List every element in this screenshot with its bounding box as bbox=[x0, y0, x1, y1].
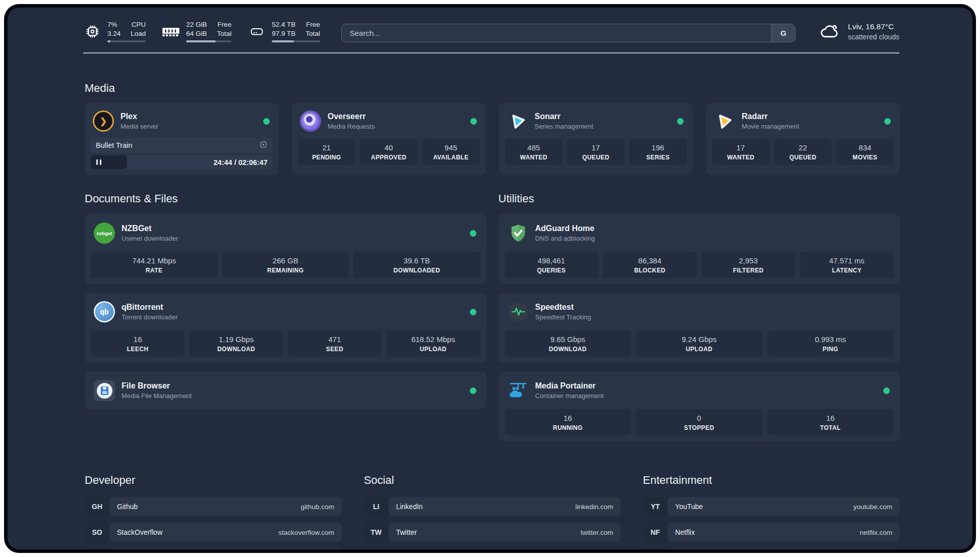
cpu-icon bbox=[83, 24, 101, 39]
cast-icon[interactable] bbox=[259, 140, 268, 150]
stat-tile: 16 TOTAL bbox=[767, 409, 894, 435]
app-description: Container management bbox=[535, 392, 604, 400]
qbittorrent-card[interactable]: qb qBittorrent Torrent downloader 16 LEE… bbox=[85, 293, 486, 363]
link-url: twitter.com bbox=[581, 529, 614, 536]
cpu-load-value: 3.24 bbox=[107, 30, 120, 38]
disk-total-value: 97.9 TB bbox=[272, 30, 295, 38]
developer-links-section: Developer GH Github github.com SO StackO… bbox=[85, 474, 342, 553]
link-reddit[interactable]: RE Reddit reddit.com bbox=[643, 548, 900, 553]
pause-icon[interactable] bbox=[96, 159, 101, 165]
status-dot bbox=[470, 309, 476, 315]
documents-section-title: Documents & Files bbox=[85, 192, 486, 205]
link-github[interactable]: GH Github github.com bbox=[85, 497, 342, 516]
link-name: Github bbox=[117, 503, 138, 511]
cloud-icon bbox=[819, 22, 841, 42]
nzbget-logo-text: nzbget bbox=[97, 231, 112, 236]
stat-tile: 39.6 TB DOWNLOADED bbox=[353, 252, 480, 278]
stat-tile: 618.52 Mbps UPLOAD bbox=[386, 330, 480, 357]
app-description: Series management bbox=[535, 123, 593, 130]
memory-stat: 22 GiB Free 64 GiB Total bbox=[162, 21, 231, 42]
weather-widget[interactable]: Lviv, 16.87°C scattered clouds bbox=[819, 22, 899, 42]
stat-tile: 9.65 Gbps DOWNLOAD bbox=[505, 330, 632, 357]
link-tag: NF bbox=[643, 523, 667, 542]
app-description: Speedtest Tracking bbox=[535, 313, 591, 321]
app-description: DNS and adblocking bbox=[535, 235, 595, 242]
main-content: Media ❯ Plex Media server bbox=[8, 82, 972, 553]
status-dot bbox=[677, 118, 684, 125]
qbittorrent-icon: qb bbox=[94, 301, 115, 322]
speedtest-icon bbox=[508, 301, 529, 322]
status-dot bbox=[470, 230, 476, 237]
speedtest-card[interactable]: Speedtest Speedtest Tracking 9.65 Gbps D… bbox=[499, 293, 900, 363]
stat-tile: 0.993 ms PING bbox=[767, 330, 894, 357]
disk-icon bbox=[248, 24, 266, 39]
link-name: StackOverflow bbox=[117, 528, 162, 536]
stat-tile: 1.19 Gbps DOWNLOAD bbox=[189, 330, 283, 357]
documents-section: Documents & Files nzbget NZBGet Usenet d… bbox=[85, 192, 486, 441]
app-name: File Browser bbox=[121, 381, 192, 391]
filebrowser-card[interactable]: File Browser Media File Management bbox=[85, 371, 486, 409]
link-url: stackoverflow.com bbox=[278, 529, 334, 536]
stat-tile: 266 GB REMAINING bbox=[222, 252, 349, 278]
app-name: AdGuard Home bbox=[535, 224, 595, 233]
hardware-stats: 7% CPU 3.24 Load bbox=[83, 21, 320, 42]
link-name: YouTube bbox=[675, 503, 703, 511]
search-bar: G bbox=[341, 24, 795, 42]
utilities-section: Utilities AdGuard Home DNS and bbox=[499, 192, 900, 441]
stat-tile: 21 PENDING bbox=[298, 139, 355, 165]
portainer-icon bbox=[508, 380, 529, 401]
weather-location: Lviv, 16.87°C bbox=[848, 22, 899, 31]
link-url: github.com bbox=[301, 503, 334, 511]
app-name: Speedtest bbox=[535, 303, 591, 312]
social-section-title: Social bbox=[364, 474, 621, 487]
stat-tile: 0 STOPPED bbox=[636, 409, 763, 435]
app-description: Movie management bbox=[742, 123, 799, 130]
cpu-usage-label: CPU bbox=[131, 21, 146, 29]
overseerr-card[interactable]: Overseerr Media Requests 21 PENDING 40 A… bbox=[292, 103, 486, 175]
link-twitter[interactable]: TW Twitter twitter.com bbox=[364, 523, 621, 542]
developer-section-title: Developer bbox=[85, 474, 342, 487]
sonarr-card[interactable]: Sonarr Series management 485 WANTED 17 Q… bbox=[499, 103, 693, 175]
status-dot bbox=[884, 118, 891, 125]
link-tag: GH bbox=[85, 497, 109, 516]
social-links-section: Social LI LinkedIn linkedin.com TW Twitt… bbox=[364, 474, 621, 553]
link-tag: LI bbox=[364, 497, 389, 516]
memory-free-value: 22 GiB bbox=[186, 21, 207, 29]
link-netflix[interactable]: NF Netflix netflix.com bbox=[643, 523, 900, 542]
link-linkedin[interactable]: LI LinkedIn linkedin.com bbox=[364, 497, 621, 516]
stat-tile: 485 WANTED bbox=[505, 139, 563, 165]
app-name: Plex bbox=[120, 112, 158, 121]
link-dev[interactable]: DT DEV dev.to bbox=[85, 548, 342, 553]
media-section: Media ❯ Plex Media server bbox=[85, 82, 900, 175]
overseerr-icon bbox=[300, 110, 321, 132]
plex-card[interactable]: ❯ Plex Media server Bullet Train bbox=[85, 103, 279, 175]
now-playing-title: Bullet Train bbox=[96, 141, 133, 149]
entertainment-section-title: Entertainment bbox=[643, 474, 900, 487]
link-tag: YT bbox=[643, 497, 667, 516]
stat-tile: 86,384 BLOCKED bbox=[603, 252, 697, 278]
radarr-icon bbox=[714, 110, 735, 132]
plex-chevron-glyph: ❯ bbox=[100, 116, 107, 127]
app-name: Radarr bbox=[742, 112, 799, 121]
app-description: Media Requests bbox=[328, 123, 375, 130]
cpu-load-label: Load bbox=[131, 30, 146, 38]
radarr-card[interactable]: Radarr Movie management 17 WANTED 22 QUE… bbox=[706, 103, 900, 175]
status-dot bbox=[470, 387, 476, 394]
portainer-card[interactable]: Media Portainer Container management 16 … bbox=[499, 371, 900, 441]
playback-progress-bar[interactable]: 24:44 / 02:06:47 bbox=[91, 155, 273, 169]
nzbget-card[interactable]: nzbget NZBGet Usenet downloader 744.21 M… bbox=[85, 214, 486, 284]
app-name: Overseerr bbox=[328, 112, 375, 121]
stat-tile: 744.21 Mbps RATE bbox=[91, 252, 218, 278]
link-stackoverflow[interactable]: SO StackOverflow stackoverflow.com bbox=[85, 523, 342, 542]
search-input[interactable] bbox=[342, 24, 771, 42]
stat-tile: 2,953 FILTERED bbox=[701, 252, 795, 278]
stat-tile: 834 MOVIES bbox=[836, 139, 894, 165]
adguard-card[interactable]: AdGuard Home DNS and adblocking 498,461 … bbox=[499, 214, 900, 284]
disk-total-label: Total bbox=[305, 30, 320, 38]
qbittorrent-logo-text: qb bbox=[100, 308, 108, 316]
app-description: Usenet downloader bbox=[121, 235, 178, 242]
link-youtube[interactable]: YT YouTube youtube.com bbox=[643, 497, 900, 516]
stat-tile: 196 SERIES bbox=[629, 139, 687, 165]
search-provider-button[interactable]: G bbox=[771, 24, 795, 42]
stat-tile: 47.571 ms LATENCY bbox=[800, 252, 894, 278]
